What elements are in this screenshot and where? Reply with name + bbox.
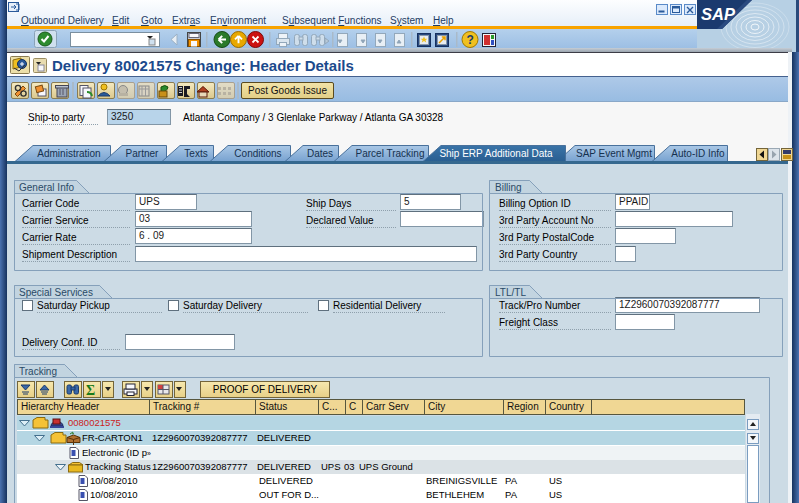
svg-text:Dates: Dates xyxy=(307,148,333,159)
svg-text:Σ: Σ xyxy=(86,383,95,398)
svg-text:?: ? xyxy=(467,33,474,47)
svg-text:SAP: SAP xyxy=(701,5,736,23)
svg-text:Auto-ID Info: Auto-ID Info xyxy=(671,148,725,159)
svg-text:Texts: Texts xyxy=(184,148,207,159)
svg-text:Conditions: Conditions xyxy=(234,148,281,159)
svg-text:Administration: Administration xyxy=(37,148,100,159)
svg-text:SAP Event Mgmt: SAP Event Mgmt xyxy=(576,148,652,159)
svg-text:Parcel Tracking: Parcel Tracking xyxy=(356,148,425,159)
svg-text:Partner: Partner xyxy=(126,148,159,159)
svg-text:Ship ERP Additional Data: Ship ERP Additional Data xyxy=(439,148,553,159)
